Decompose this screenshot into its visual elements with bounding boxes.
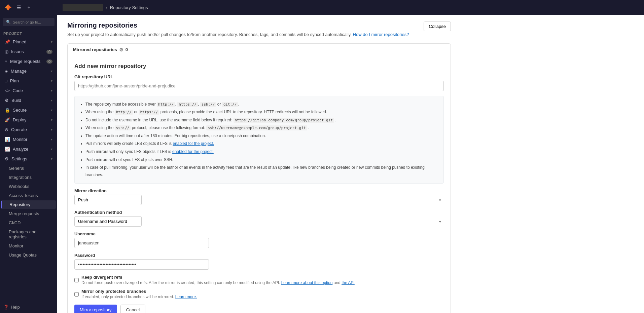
form-actions: Mirror repository Cancel <box>74 305 444 313</box>
content-area: Mirroring repositories Set up your proje… <box>57 15 644 313</box>
info-bullet-5: The update action will time out after 18… <box>85 132 438 140</box>
info-box: The repository must be accessible over h… <box>74 96 444 184</box>
sidebar-item-deploy[interactable]: 🚀Deploy ▾ <box>1 115 56 124</box>
sidebar-item-manage[interactable]: ◈Manage ▾ <box>1 67 56 76</box>
gitlab-logo[interactable] <box>3 3 13 12</box>
operate-icon: ⊙ <box>5 127 8 132</box>
keep-divergent-desc: Do not force push over diverged refs. Af… <box>81 280 356 285</box>
sidebar-sub-general[interactable]: General <box>1 164 56 172</box>
sidebar-sub-merge-requests[interactable]: Merge requests <box>1 209 56 218</box>
search-placeholder: Search or go to... <box>13 20 41 24</box>
mirror-protected-desc: If enabled, only protected branches will… <box>81 295 197 299</box>
keep-divergent-group: Keep divergent refs Do not force push ov… <box>74 274 444 285</box>
help-label: Help <box>11 305 20 310</box>
breadcrumb-page-title: Repository Settings <box>110 5 148 10</box>
sidebar-sub-packages-registries[interactable]: Packages and registries <box>1 228 56 241</box>
learn-more-protected-link[interactable]: Learn more. <box>175 295 197 299</box>
sidebar-sub-usage-quotas[interactable]: Usage Quotas <box>1 251 56 259</box>
mirroring-section-header: Mirroring repositories Set up your proje… <box>67 22 451 38</box>
sidebar-item-issues[interactable]: ◎Issues 0 <box>1 47 56 56</box>
lfs-link-2[interactable]: enabled for the project. <box>172 149 214 154</box>
mirror-protected-text: Mirror only protected branches If enable… <box>81 288 197 299</box>
chevron-icon: ▾ <box>51 157 52 161</box>
username-input[interactable] <box>74 238 209 248</box>
merge-icon: ⑂ <box>5 59 7 64</box>
sidebar-sub-webhooks[interactable]: Webhooks <box>1 182 56 191</box>
learn-more-link[interactable]: Learn more about this option <box>281 280 333 285</box>
sidebar-toggle-btn[interactable]: ☰ <box>15 4 23 11</box>
sidebar-item-analyze[interactable]: 📈Analyze ▾ <box>1 145 56 154</box>
chevron-down-icon: ▾ <box>439 219 441 224</box>
git-url-group: Git repository URL <box>74 74 444 91</box>
mirror-direction-select[interactable]: Push Pull <box>74 195 142 205</box>
chevron-icon: ▾ <box>51 138 52 141</box>
deploy-icon: 🚀 <box>5 117 10 122</box>
new-item-btn[interactable]: ＋ <box>25 4 33 11</box>
breadcrumb: › Repository Settings <box>63 4 148 11</box>
build-icon: ⚙ <box>5 98 9 103</box>
top-bar: › Repository Settings <box>57 0 644 15</box>
api-link[interactable]: the API <box>342 280 355 285</box>
help-item[interactable]: ❓ Help <box>0 301 57 313</box>
sidebar-item-secure[interactable]: 🔒Secure ▾ <box>1 106 56 115</box>
auth-method-wrapper: Username and Password SSH public key Non… <box>74 216 444 227</box>
sidebar-sub-repository[interactable]: Repository <box>1 200 56 209</box>
sidebar-item-merge-requests[interactable]: ⑂Merge requests 0 <box>1 57 56 66</box>
info-bullet-4: When using the ssh:// protocol, please u… <box>85 124 438 132</box>
sidebar-sub-cicd[interactable]: CI/CD <box>1 219 56 227</box>
git-url-input[interactable] <box>74 81 444 91</box>
mirror-repository-button[interactable]: Mirror repository <box>74 305 117 313</box>
monitor-icon: 📊 <box>5 137 10 142</box>
collapse-button[interactable]: Collapse <box>424 22 451 31</box>
auth-method-group: Authentication method Username and Passw… <box>74 210 444 227</box>
sidebar-sub-access-tokens[interactable]: Access Tokens <box>1 191 56 200</box>
analyze-icon: 📈 <box>5 147 10 152</box>
mirroring-desc: Set up your project to automatically pus… <box>67 31 409 38</box>
info-bullet-9: In case of pull mirroring, your user wil… <box>85 164 438 179</box>
keep-divergent-checkbox[interactable] <box>74 275 79 285</box>
git-url-label: Git repository URL <box>74 74 444 79</box>
settings-icon: ⚙ <box>5 156 9 161</box>
sidebar-item-monitor[interactable]: 📊Monitor ▾ <box>1 135 56 144</box>
info-bullet-1: The repository must be accessible over h… <box>85 101 438 108</box>
sidebar-item-pinned[interactable]: 📌Pinned ▾ <box>1 37 56 46</box>
search-bar[interactable]: 🔍 Search or go to... <box>3 18 55 26</box>
breadcrumb-project-bar <box>63 4 103 11</box>
sidebar-item-settings[interactable]: ⚙Settings ▾ <box>1 154 56 163</box>
sidebar-item-build[interactable]: ⚙Build ▾ <box>1 96 56 105</box>
add-mirror-title: Add new mirror repository <box>74 63 444 70</box>
password-label: Password <box>74 253 444 258</box>
chevron-icon: ▾ <box>51 147 52 151</box>
sidebar-sub-integrations[interactable]: Integrations <box>1 173 56 182</box>
mirror-direction-wrapper: Push Pull ▾ <box>74 195 444 205</box>
keep-divergent-label[interactable]: Keep divergent refs <box>81 275 122 280</box>
username-label: Username <box>74 231 444 236</box>
chevron-icon: ▾ <box>51 99 52 102</box>
add-mirror-form: Add new mirror repository Git repository… <box>68 56 451 313</box>
info-bullet-7: Push mirrors will only sync LFS objects … <box>85 148 438 156</box>
info-bullet-6: Pull mirrors will only create LFS object… <box>85 140 438 148</box>
info-bullet-3: Do not include the username in the URL, … <box>85 117 438 124</box>
cancel-button[interactable]: Cancel <box>120 305 145 313</box>
sidebar-item-plan[interactable]: □Plan ▾ <box>1 76 56 85</box>
password-input[interactable] <box>74 259 209 270</box>
pin-icon: 📌 <box>5 39 10 44</box>
sidebar-sub-monitor[interactable]: Monitor <box>1 242 56 250</box>
mirroring-link[interactable]: How do I mirror repositories? <box>353 32 409 37</box>
issues-icon: ◎ <box>5 49 8 54</box>
mr-badge: 0 <box>46 60 52 64</box>
mirrored-repos-count: 0 <box>126 47 128 52</box>
auth-method-select[interactable]: Username and Password SSH public key Non… <box>74 216 142 227</box>
mirrored-repos-label: Mirrored repositories <box>73 47 117 52</box>
mirror-protected-checkbox[interactable] <box>74 289 79 299</box>
mirror-protected-group: Mirror only protected branches If enable… <box>74 288 444 299</box>
lfs-link-1[interactable]: enabled for the project. <box>173 141 214 146</box>
chevron-icon: ▾ <box>51 40 52 44</box>
sidebar-item-code[interactable]: <>Code ▾ <box>1 86 56 95</box>
code-icon: <> <box>5 88 10 93</box>
info-bullet-8: Push mirrors will not sync LFS objects o… <box>85 156 438 164</box>
mirror-protected-label[interactable]: Mirror only protected branches <box>81 289 146 294</box>
mirrored-repos-header: Mirrored repositories ⚙ 0 <box>68 44 451 56</box>
sidebar-item-operate[interactable]: ⊙Operate ▾ <box>1 125 56 134</box>
auth-method-label: Authentication method <box>74 210 444 215</box>
